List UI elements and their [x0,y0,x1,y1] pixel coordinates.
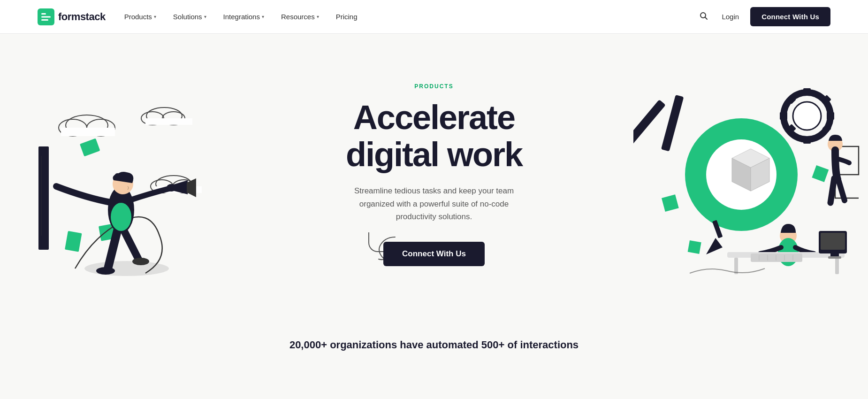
svg-point-6 [84,261,169,276]
svg-rect-57 [751,253,802,262]
svg-rect-30 [633,100,666,152]
logo-text: formstack [58,11,106,23]
svg-rect-2 [41,16,51,17]
svg-rect-1 [41,13,46,15]
navbar-cta-button[interactable]: Connect With Us [750,7,830,26]
svg-rect-21 [80,138,100,157]
svg-rect-19 [38,146,49,250]
formstack-logo-icon [38,8,54,25]
svg-rect-42 [827,112,834,120]
stats-bar: 20,000+ organizations have automated 500… [0,325,868,361]
svg-rect-14 [145,118,192,125]
hero-eyebrow: PRODUCTS [331,83,537,90]
chevron-down-icon: ▾ [262,14,264,19]
svg-rect-22 [65,231,82,252]
svg-rect-10 [61,128,115,136]
stats-text: 20,000+ organizations have automated 500… [289,339,579,351]
navbar-right: Login Connect With Us [697,7,830,26]
nav-item-integrations[interactable]: Integrations ▾ [223,13,264,21]
nav-item-products[interactable]: Products ▾ [124,13,156,21]
nav-item-solutions[interactable]: Solutions ▾ [173,13,206,21]
svg-rect-66 [828,256,841,259]
svg-point-38 [793,102,821,130]
svg-rect-40 [803,136,811,144]
hero-cta-button[interactable]: Connect With Us [383,242,485,266]
svg-rect-49 [688,240,701,254]
hero-title: Accelerate digital work [331,99,537,173]
nav-item-pricing[interactable]: Pricing [336,13,358,21]
hero-right-illustration [633,71,868,278]
navbar-left: formstack Products ▾ Solutions ▾ Integra… [38,8,358,25]
chevron-down-icon: ▾ [204,14,206,19]
svg-rect-55 [734,258,738,274]
svg-rect-41 [780,112,787,120]
svg-point-27 [111,203,131,231]
chevron-down-icon: ▾ [154,14,156,19]
search-button[interactable] [697,9,710,24]
hero-center: PRODUCTS Accelerate digital work Streaml… [303,83,565,266]
login-button[interactable]: Login [722,13,739,21]
search-icon [699,11,708,21]
navbar: formstack Products ▾ Solutions ▾ Integra… [0,0,868,34]
nav-item-resources[interactable]: Resources ▾ [281,13,319,21]
svg-rect-3 [41,19,48,21]
svg-rect-31 [661,95,684,152]
svg-rect-64 [821,233,845,250]
hero-subtitle: Streamline tedious tasks and keep your t… [340,184,528,223]
svg-line-5 [705,17,708,20]
nav-links: Products ▾ Solutions ▾ Integrations ▾ Re… [124,13,358,21]
logo[interactable]: formstack [38,8,106,25]
svg-rect-48 [812,165,829,182]
left-illustration-svg [0,71,235,278]
svg-rect-39 [803,88,811,96]
chevron-down-icon: ▾ [317,14,319,19]
svg-rect-47 [662,194,679,212]
hero-cta-wrapper: Connect With Us [383,242,485,266]
svg-point-24 [96,267,115,275]
svg-rect-56 [835,258,839,274]
hero-section: PRODUCTS Accelerate digital work Streaml… [0,34,868,325]
right-illustration-svg [633,71,868,278]
svg-point-25 [132,258,149,265]
hero-left-illustration [0,71,235,278]
